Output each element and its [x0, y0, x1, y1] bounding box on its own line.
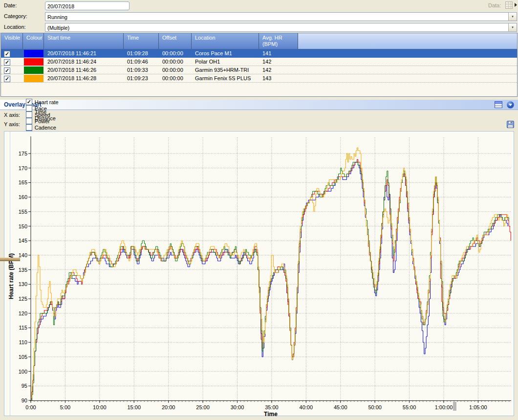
offset-cell: 00:00:00	[159, 49, 192, 57]
avg-hr-cell: 143	[259, 74, 298, 82]
svg-text:1:05:00: 1:05:00	[469, 404, 487, 410]
svg-text:0:00: 0:00	[25, 404, 36, 410]
checkbox[interactable]: ✓	[26, 99, 32, 105]
x-axis-label: X axis:	[4, 112, 20, 118]
column-header-offset[interactable]: Offset	[159, 33, 192, 49]
start-time-cell: 20/07/2018 11:46:21	[44, 49, 124, 57]
avg-hr-cell: 141	[259, 49, 298, 57]
start-time-cell: 20/07/2018 11:46:24	[44, 58, 124, 66]
svg-text:110: 110	[19, 339, 27, 345]
start-time-cell: 20/07/2018 11:46:26	[44, 66, 124, 74]
location-cell: Garmin 935+HRM-TRI	[192, 66, 259, 74]
start-time-cell: 20/07/2018 11:46:28	[44, 74, 124, 82]
location-dropdown-arrow-icon[interactable]: ▼	[508, 23, 517, 31]
svg-text:20:00: 20:00	[162, 404, 175, 410]
time-cell: 01:09:46	[124, 58, 159, 66]
y-axis-option-power[interactable]: Power	[26, 118, 59, 124]
svg-text:55:00: 55:00	[403, 404, 416, 410]
category-value: Running	[47, 14, 67, 20]
data-grid-icon[interactable]	[505, 1, 513, 9]
colour-swatch[interactable]	[24, 58, 43, 66]
svg-text:105: 105	[19, 354, 27, 360]
svg-text:90: 90	[22, 398, 27, 403]
visible-checkbox[interactable]: ✓	[4, 59, 10, 66]
save-chart-icon[interactable]	[507, 121, 514, 129]
hr-series-lines	[31, 148, 511, 406]
offset-cell: 00:00:00	[159, 58, 192, 66]
offset-cell: 00:00:00	[159, 74, 192, 82]
colour-swatch[interactable]	[24, 66, 43, 74]
column-header-start-time[interactable]: Start time	[44, 33, 124, 49]
table-row[interactable]: ✓20/07/2018 11:46:2401:09:4600:00:00Pola…	[1, 58, 517, 66]
collapse-panel-button[interactable]	[506, 101, 515, 110]
column-header-location[interactable]: Location	[192, 33, 259, 49]
device-table-header: VisibleColourStart timeTimeOffsetLocatio…	[1, 33, 517, 49]
category-label: Category:	[4, 13, 27, 19]
y-axis-label: Y axis:	[4, 121, 20, 127]
y-axis-option-heart-rate[interactable]: ✓Heart rate	[26, 99, 59, 105]
svg-text:1:00:00: 1:00:00	[435, 404, 453, 410]
table-row[interactable]: ✓20/07/2018 11:46:2101:09:2800:00:00Coro…	[1, 49, 517, 58]
table-row[interactable]: ✓20/07/2018 11:46:2801:09:2300:00:00Garm…	[1, 74, 517, 83]
checkbox[interactable]	[26, 105, 32, 111]
svg-text:15:00: 15:00	[127, 404, 141, 410]
column-header-visible[interactable]: Visible	[1, 33, 23, 49]
svg-text:40:00: 40:00	[300, 404, 313, 410]
category-dropdown-arrow-icon[interactable]: ▼	[508, 13, 517, 21]
location-cell: Polar OH1	[192, 58, 259, 66]
offset-cell: 00:00:00	[159, 66, 192, 74]
visible-checkbox[interactable]: ✓	[4, 67, 10, 74]
checkbox[interactable]	[26, 118, 32, 124]
left-edge-splitter-handle[interactable]	[0, 258, 20, 261]
checkbox-label: Heart rate	[35, 99, 59, 105]
y-axis-option-speed[interactable]: Speed	[26, 111, 59, 118]
svg-text:155: 155	[19, 209, 27, 215]
checkbox-label: Cadence	[35, 125, 56, 131]
checkbox[interactable]	[26, 124, 32, 131]
category-combobox[interactable]: Running ▼	[45, 12, 517, 21]
panel-layout-icon[interactable]	[495, 101, 502, 109]
svg-text:100: 100	[19, 369, 27, 375]
svg-text:120: 120	[19, 310, 27, 316]
location-label: Location:	[4, 24, 26, 30]
location-combobox[interactable]: (Multiple) ▼	[45, 23, 517, 32]
svg-text:160: 160	[19, 194, 27, 200]
y-axis-option-cadence[interactable]: Cadence	[26, 124, 59, 131]
date-label: Date:	[4, 2, 17, 8]
heart-rate-chart[interactable]: 9095100105110115120125130135140145150155…	[4, 132, 515, 417]
svg-text:150: 150	[19, 223, 27, 229]
svg-text:135: 135	[19, 267, 27, 273]
colour-swatch[interactable]	[24, 75, 43, 82]
checkbox-label: Pace	[35, 106, 47, 111]
device-table: VisibleColourStart timeTimeOffsetLocatio…	[0, 33, 518, 97]
y-axis-option-pace[interactable]: Pace	[26, 105, 59, 111]
checkbox[interactable]	[26, 111, 32, 118]
y-tick-labels: 9095100105110115120125130135140145150155…	[19, 151, 27, 403]
colour-swatch[interactable]	[24, 50, 43, 57]
visible-checkbox[interactable]: ✓	[4, 51, 10, 57]
column-header-time[interactable]: Time	[124, 33, 159, 49]
overlay-chart-panel: 9095100105110115120125130135140145150155…	[4, 131, 514, 416]
x-axis-scroll-marker[interactable]	[453, 402, 456, 411]
svg-text:35:00: 35:00	[265, 404, 279, 410]
svg-text:30:00: 30:00	[231, 404, 244, 410]
svg-text:130: 130	[19, 281, 27, 287]
svg-text:125: 125	[19, 296, 27, 302]
overlay-chart-header: Overlay chart	[0, 100, 518, 110]
series-line-garmin-fenix-5s-plus	[31, 148, 508, 398]
data-expand-icon[interactable]	[515, 3, 517, 7]
column-header-avg-hr-bpm-[interactable]: Avg. HR (BPM)	[259, 33, 298, 49]
time-cell: 01:09:23	[124, 74, 159, 82]
chart-y-axis-title: Heart rate (BPM)	[8, 139, 15, 413]
x-tick-labels: 0:005:0010:0015:0020:0025:0030:0035:0040…	[25, 404, 487, 410]
checkbox-label: Speed	[35, 112, 50, 118]
visible-checkbox[interactable]: ✓	[4, 76, 10, 82]
svg-text:145: 145	[19, 238, 27, 243]
svg-text:95: 95	[22, 383, 27, 389]
location-cell: Coros Pace M1	[192, 49, 259, 57]
chart-x-axis-title: Time	[264, 411, 278, 417]
data-label: Data:	[488, 2, 501, 8]
date-input[interactable]: 20/07/2018	[45, 1, 130, 10]
table-row[interactable]: ✓20/07/2018 11:46:2601:09:3300:00:00Garm…	[1, 66, 517, 74]
column-header-colour[interactable]: Colour	[23, 33, 44, 49]
